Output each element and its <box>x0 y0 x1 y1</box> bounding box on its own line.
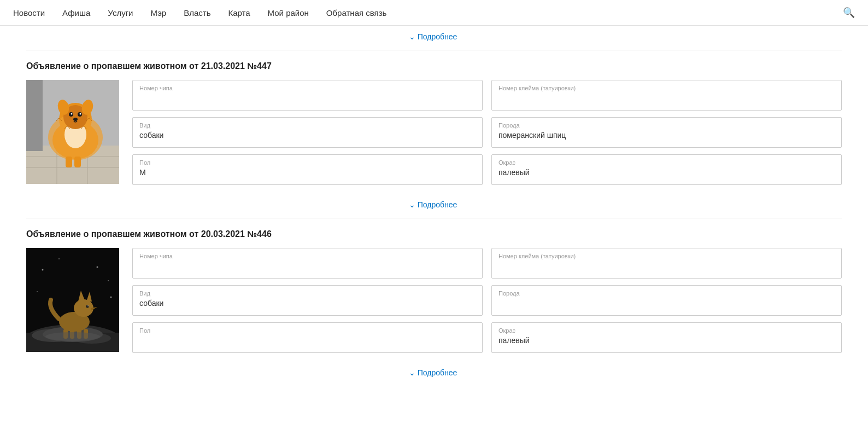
announcement-447: Объявление о пропавшем животном от 21.03… <box>26 50 842 218</box>
svg-point-40 <box>58 258 60 259</box>
svg-point-17 <box>73 118 78 121</box>
field-color-value-446: палевый <box>498 336 835 345</box>
details-link-top-label: Подробнее <box>418 32 458 41</box>
details-link-446[interactable]: ⌄ Подробнее <box>26 362 842 386</box>
svg-point-42 <box>108 280 109 281</box>
svg-point-39 <box>42 269 44 271</box>
nav-mer[interactable]: Мэр <box>151 8 167 18</box>
details-link-447-label: Подробнее <box>418 200 458 209</box>
fields-col-left-446: Номер чипа Вид собаки Пол <box>132 248 483 353</box>
announcement-446: Объявление о пропавшем животном от 20.03… <box>26 218 842 386</box>
field-kleimo-446: Номер клейма (татуировки) <box>491 248 842 279</box>
field-pol-label-446: Пол <box>139 327 476 334</box>
field-breed-label-446: Порода <box>498 290 835 297</box>
field-pol-446: Пол <box>132 322 483 353</box>
svg-rect-21 <box>74 157 81 167</box>
field-breed-446: Порода <box>491 285 842 316</box>
field-color-value-447: палевый <box>498 168 835 177</box>
field-kleimo-value-447 <box>498 94 835 103</box>
animal-photo-447 <box>26 80 119 184</box>
field-color-446: Окрас палевый <box>491 322 842 353</box>
field-pol-value-446 <box>139 336 476 346</box>
field-vid-label-446: Вид <box>139 290 476 297</box>
field-vid-value-447: собаки <box>139 131 476 140</box>
field-breed-value-447: померанский шпиц <box>498 131 835 140</box>
announcement-447-title: Объявление о пропавшем животном от 21.03… <box>26 61 842 71</box>
field-pol-label-447: Пол <box>139 159 476 166</box>
svg-point-44 <box>110 297 112 298</box>
svg-point-34 <box>87 305 89 306</box>
field-vid-446: Вид собаки <box>132 285 483 316</box>
announcement-446-body: Номер чипа Вид собаки Пол Номер клейма ( <box>26 248 842 362</box>
field-chip-value-447 <box>139 94 476 103</box>
field-color-label-446: Окрас <box>498 327 835 334</box>
field-vid-label-447: Вид <box>139 122 476 129</box>
field-kleimo-value-446 <box>498 262 835 271</box>
nav-afisha[interactable]: Афиша <box>62 8 90 18</box>
nav-obratnaya-svyaz[interactable]: Обратная связь <box>326 8 387 18</box>
field-kleimo-label-447: Номер клейма (татуировки) <box>498 85 835 91</box>
fields-col-right-447: Номер клейма (татуировки) Порода померан… <box>491 80 842 185</box>
details-link-top[interactable]: ⌄ Подробнее <box>26 26 842 50</box>
fields-col-left-447: Номер чипа Вид собаки Пол М <box>132 80 483 185</box>
nav-uslugi[interactable]: Услуги <box>108 8 133 18</box>
details-link-447[interactable]: ⌄ Подробнее <box>26 194 842 218</box>
svg-point-15 <box>71 113 73 115</box>
announcement-447-body: Номер чипа Вид собаки Пол М Номер клейма… <box>26 80 842 194</box>
svg-rect-20 <box>66 157 72 167</box>
svg-rect-6 <box>26 80 43 151</box>
field-pol-447: Пол М <box>132 154 483 185</box>
animal-photo-446 <box>26 248 119 352</box>
field-breed-label-447: Порода <box>498 122 835 129</box>
nav-novosti[interactable]: Новости <box>13 8 45 18</box>
details-link-446-label: Подробнее <box>418 368 458 377</box>
nav-karta[interactable]: Карта <box>228 8 250 18</box>
svg-point-29 <box>74 299 93 317</box>
svg-point-41 <box>97 266 98 268</box>
svg-point-45 <box>45 332 100 341</box>
main-content: ⌄ Подробнее Объявление о пропавшем живот… <box>13 26 855 386</box>
svg-point-43 <box>37 291 38 292</box>
field-breed-value-446 <box>498 299 835 309</box>
field-vid-value-446: собаки <box>139 299 476 308</box>
nav-vlast[interactable]: Власть <box>184 8 210 18</box>
field-kleimo-label-446: Номер клейма (татуировки) <box>498 253 835 259</box>
search-icon[interactable]: 🔍 <box>843 7 855 19</box>
field-chip-value-446 <box>139 262 476 271</box>
svg-point-33 <box>86 305 89 308</box>
chevron-down-icon-447: ⌄ <box>409 200 415 209</box>
field-vid-447: Вид собаки <box>132 117 483 148</box>
field-color-label-447: Окрас <box>498 159 835 166</box>
announcement-447-fields: Номер чипа Вид собаки Пол М Номер клейма… <box>132 80 842 185</box>
announcement-446-fields: Номер чипа Вид собаки Пол Номер клейма ( <box>132 248 842 353</box>
field-color-447: Окрас палевый <box>491 154 842 185</box>
field-kleimo-447: Номер клейма (татуировки) <box>491 80 842 111</box>
fields-col-right-446: Номер клейма (татуировки) Порода Окрас п… <box>491 248 842 353</box>
field-chip-447: Номер чипа <box>132 80 483 111</box>
chevron-down-icon: ⌄ <box>409 32 415 41</box>
field-chip-label-447: Номер чипа <box>139 85 476 91</box>
field-pol-value-447: М <box>139 168 476 177</box>
announcement-446-title: Объявление о пропавшем животном от 20.03… <box>26 229 842 239</box>
svg-point-16 <box>80 113 81 115</box>
main-navigation: Новости Афиша Услуги Мэр Власть Карта Мо… <box>0 0 868 26</box>
field-chip-446: Номер чипа <box>132 248 483 279</box>
field-chip-label-446: Номер чипа <box>139 253 476 259</box>
chevron-down-icon-446: ⌄ <box>409 368 415 377</box>
nav-moy-rayon[interactable]: Мой район <box>268 8 309 18</box>
field-breed-447: Порода померанский шпиц <box>491 117 842 148</box>
